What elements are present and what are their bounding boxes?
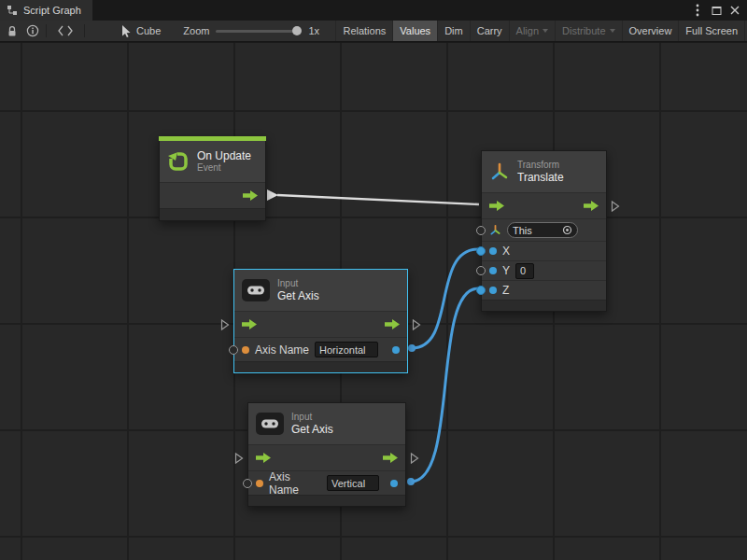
y-input-port[interactable] bbox=[476, 266, 486, 275]
toolbar-button-overview[interactable]: Overview bbox=[622, 21, 679, 41]
x-input-port[interactable] bbox=[476, 246, 486, 256]
transform-axes-icon bbox=[489, 161, 510, 182]
node-category: Transform bbox=[517, 160, 564, 171]
node-footer bbox=[482, 300, 606, 311]
graph-icon bbox=[7, 5, 18, 16]
flow-row bbox=[482, 192, 606, 218]
float-port-dot bbox=[489, 267, 497, 274]
float-port-dot bbox=[489, 247, 497, 255]
node-title: Get Axis bbox=[277, 289, 319, 302]
flow-output-port[interactable] bbox=[243, 190, 258, 201]
y-value-field[interactable] bbox=[515, 263, 534, 279]
flow-output-outer-port[interactable] bbox=[410, 452, 419, 464]
graph-toolbar: Cube Zoom 1x Relations Values Dim Carry … bbox=[0, 21, 747, 42]
node-subtitle: Event bbox=[197, 162, 251, 174]
target-object-value: This bbox=[513, 225, 532, 236]
axis-name-label: Axis Name bbox=[255, 343, 309, 357]
string-port-dot bbox=[242, 346, 249, 354]
script-graph-window: Script Graph bbox=[0, 0, 747, 560]
code-icon[interactable] bbox=[49, 21, 81, 41]
axis-name-field[interactable] bbox=[327, 475, 379, 491]
toolbar-button-fullscreen[interactable]: Full Screen bbox=[678, 21, 745, 41]
flow-output-port[interactable] bbox=[584, 201, 599, 211]
flow-output-port[interactable] bbox=[383, 453, 398, 463]
port-row-y: Y bbox=[482, 260, 606, 280]
port-label-y: Y bbox=[502, 264, 510, 277]
toolbar-button-distribute[interactable]: Distribute bbox=[555, 21, 621, 41]
kebab-menu-icon[interactable] bbox=[689, 2, 706, 19]
wire-control-flow bbox=[267, 189, 278, 201]
z-input-port[interactable] bbox=[476, 286, 486, 295]
wire-horizontal-to-x bbox=[412, 249, 478, 348]
toolbar-button-relations[interactable]: Relations bbox=[335, 21, 392, 41]
axis-name-input-port[interactable] bbox=[229, 345, 238, 355]
flow-output-outer-port[interactable] bbox=[611, 200, 620, 212]
node-get-axis-horizontal[interactable]: Input Get Axis bbox=[233, 269, 408, 373]
toolbar-button-values[interactable]: Values bbox=[392, 21, 437, 41]
gamepad-icon bbox=[256, 413, 284, 435]
chevron-down-icon bbox=[610, 29, 615, 33]
wire-endpoint-dot bbox=[408, 344, 416, 352]
port-row-z: Z bbox=[482, 280, 606, 300]
flow-output-outer-port[interactable] bbox=[412, 318, 421, 330]
toolbar-button-dim[interactable]: Dim bbox=[437, 21, 470, 41]
toolbar-button-label: Distribute bbox=[562, 25, 605, 36]
flow-input-port[interactable] bbox=[489, 201, 504, 211]
target-object-field[interactable]: This bbox=[507, 222, 578, 238]
info-icon[interactable] bbox=[22, 21, 43, 41]
float-output-dot[interactable] bbox=[390, 480, 398, 487]
axis-name-label: Axis Name bbox=[269, 470, 321, 497]
lock-icon[interactable] bbox=[2, 21, 22, 41]
toolbar-button-align[interactable]: Align bbox=[509, 21, 555, 41]
flow-row bbox=[234, 311, 407, 337]
axis-name-field[interactable] bbox=[315, 342, 378, 357]
node-header: Input Get Axis bbox=[248, 403, 405, 444]
flow-row bbox=[248, 444, 405, 470]
node-translate[interactable]: Transform Translate bbox=[481, 150, 607, 312]
titlebar: Script Graph bbox=[0, 0, 747, 21]
node-footer bbox=[248, 495, 405, 506]
zoom-slider[interactable] bbox=[216, 30, 298, 33]
transform-mini-icon bbox=[489, 224, 501, 236]
flow-row bbox=[160, 182, 265, 208]
toolbar-button-label: Align bbox=[516, 25, 539, 36]
flow-input-port[interactable] bbox=[256, 453, 271, 463]
graph-canvas[interactable]: On Update Event bbox=[0, 43, 747, 560]
node-header: Transform Translate bbox=[482, 151, 606, 192]
flow-input-port[interactable] bbox=[242, 319, 257, 329]
toolbar-buttons: Relations Values Dim Carry Align Distrib… bbox=[335, 21, 745, 41]
flow-input-outer-port[interactable] bbox=[220, 318, 230, 330]
float-output-dot[interactable] bbox=[392, 346, 400, 354]
flow-output-port[interactable] bbox=[385, 319, 400, 329]
gamepad-icon bbox=[242, 279, 270, 301]
target-icon bbox=[562, 225, 572, 235]
node-on-update[interactable]: On Update Event bbox=[159, 136, 266, 221]
zoom-control: Zoom 1x bbox=[183, 25, 319, 36]
port-label-z: Z bbox=[502, 284, 509, 297]
window-controls bbox=[689, 0, 747, 21]
graph-target-selector[interactable]: Cube bbox=[114, 25, 168, 37]
zoom-value: 1x bbox=[308, 25, 319, 36]
tab-script-graph[interactable]: Script Graph bbox=[0, 0, 92, 21]
node-title: Get Axis bbox=[291, 423, 333, 436]
node-footer bbox=[160, 208, 265, 220]
port-row-x: X bbox=[482, 241, 606, 260]
wire-control-flow bbox=[277, 195, 479, 204]
zoom-slider-handle[interactable] bbox=[292, 26, 302, 35]
toolbar-button-carry[interactable]: Carry bbox=[470, 21, 509, 41]
wire-endpoint-dot bbox=[407, 478, 415, 485]
port-label-x: X bbox=[502, 245, 510, 258]
node-category: Input bbox=[291, 412, 333, 423]
close-icon[interactable] bbox=[726, 2, 743, 19]
target-input-port[interactable] bbox=[476, 226, 486, 235]
axis-name-input-port[interactable] bbox=[243, 479, 252, 488]
cursor-icon bbox=[121, 25, 132, 37]
maximize-icon[interactable] bbox=[708, 2, 725, 19]
target-row: This bbox=[482, 218, 606, 241]
flow-input-outer-port[interactable] bbox=[234, 452, 244, 464]
zoom-label: Zoom bbox=[183, 25, 209, 36]
toolbar-separator bbox=[84, 24, 85, 37]
node-category: Input bbox=[277, 278, 319, 289]
node-title: Translate bbox=[517, 171, 564, 184]
node-get-axis-vertical[interactable]: Input Get Axis bbox=[247, 402, 406, 507]
